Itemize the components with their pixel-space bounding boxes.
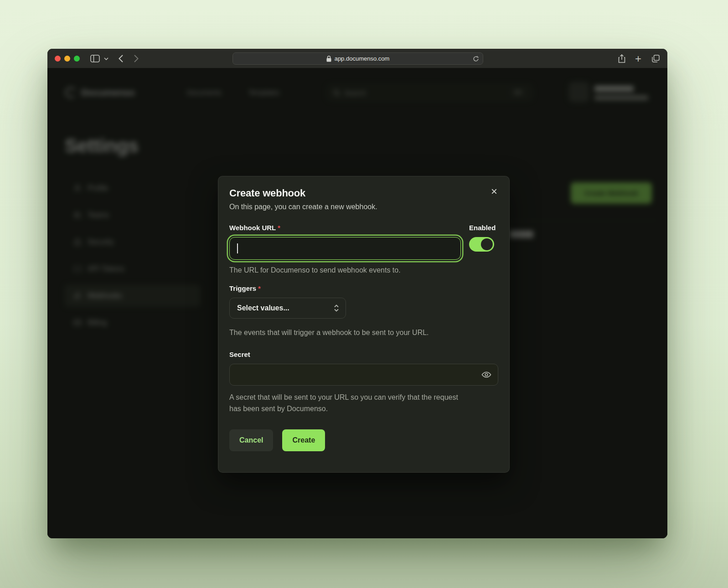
browser-toolbar: app.documenso.com + bbox=[47, 49, 667, 68]
back-icon[interactable] bbox=[119, 49, 123, 68]
cancel-button[interactable]: Cancel bbox=[229, 429, 273, 451]
close-icon[interactable]: × bbox=[488, 186, 500, 197]
required-asterisk: * bbox=[278, 224, 280, 232]
sidebar-toggle-icon[interactable] bbox=[90, 49, 100, 68]
triggers-select[interactable]: Select values... bbox=[229, 298, 346, 319]
secret-helper: A secret that will be sent to your URL s… bbox=[229, 392, 466, 415]
enabled-toggle[interactable] bbox=[469, 237, 494, 252]
forward-icon[interactable] bbox=[134, 49, 139, 68]
triggers-helper: The events that will trigger a webhook t… bbox=[229, 329, 498, 337]
secret-label: Secret bbox=[229, 351, 498, 358]
secret-input[interactable] bbox=[229, 364, 498, 386]
dialog-subtitle: On this page, you can create a new webho… bbox=[229, 203, 498, 211]
minimize-window-button[interactable] bbox=[64, 56, 70, 62]
lock-icon bbox=[326, 56, 331, 62]
traffic-lights bbox=[55, 56, 80, 62]
triggers-select-value: Select values... bbox=[237, 304, 289, 312]
eye-icon[interactable] bbox=[481, 371, 491, 379]
create-button[interactable]: Create bbox=[282, 429, 325, 451]
webhook-url-input[interactable] bbox=[229, 237, 461, 260]
create-webhook-dialog: × Create webhook On this page, you can c… bbox=[218, 176, 510, 473]
browser-window: app.documenso.com + bbox=[47, 49, 667, 538]
text-cursor bbox=[237, 243, 238, 253]
required-asterisk: * bbox=[258, 284, 261, 292]
select-chevrons-icon bbox=[334, 304, 339, 312]
address-bar-url: app.documenso.com bbox=[335, 55, 390, 62]
chevron-down-icon[interactable] bbox=[104, 49, 108, 68]
new-tab-icon[interactable]: + bbox=[635, 49, 641, 68]
webhook-url-label: Webhook URL * bbox=[229, 224, 461, 232]
dialog-title: Create webhook bbox=[229, 187, 498, 199]
webhook-url-helper: The URL for Documenso to send webhook ev… bbox=[229, 266, 461, 274]
enabled-label: Enabled bbox=[469, 224, 496, 232]
address-bar[interactable]: app.documenso.com bbox=[232, 52, 483, 65]
share-icon[interactable] bbox=[618, 49, 625, 68]
tab-overview-icon[interactable] bbox=[652, 49, 660, 68]
triggers-label: Triggers * bbox=[229, 284, 498, 292]
toggle-knob bbox=[481, 238, 493, 250]
refresh-icon[interactable] bbox=[473, 55, 479, 64]
zoom-window-button[interactable] bbox=[74, 56, 80, 62]
page-content: Documenso Documents Templates Search ⌘K … bbox=[47, 68, 667, 538]
close-window-button[interactable] bbox=[55, 56, 61, 62]
